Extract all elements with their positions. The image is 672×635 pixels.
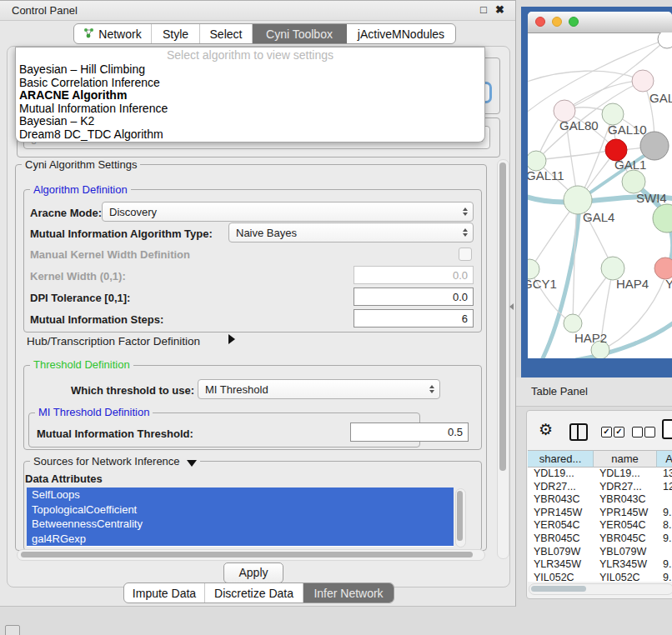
unchecked-checkbox-icon[interactable] <box>632 427 643 438</box>
panel-icon[interactable] <box>662 419 672 439</box>
dropdown-option-basic-correlation-inference[interactable]: Basic Correlation Inference <box>16 77 484 90</box>
network-edge[interactable] <box>537 150 614 160</box>
table-row[interactable]: YER054CYER054C8. <box>528 519 672 532</box>
table-row[interactable]: YDL19...YDL19...13 <box>528 468 672 481</box>
attribute-item-betweennesscentrality[interactable]: BetweennessCentrality <box>27 517 454 532</box>
table-panel-title: Table Panel <box>531 385 588 398</box>
table-row[interactable]: YBR045CYBR045C9. <box>528 532 672 546</box>
minimize-light-icon[interactable] <box>552 17 562 27</box>
control-panel-tabbar: NetworkStyleSelectCyni ToolboxjActiveMNo… <box>73 23 456 44</box>
attribute-item-gal4rgexp[interactable]: gal4RGexp <box>27 532 454 547</box>
mi-type-label: Mutual Information Algorithm Type: <box>30 228 213 240</box>
gear-icon[interactable]: ⚙ <box>539 420 553 439</box>
column-header-a[interactable]: A <box>657 450 672 468</box>
node-label-gal80: GAL80 <box>559 118 599 132</box>
settings-vscrollbar[interactable] <box>497 159 509 559</box>
float-window-icon[interactable]: □ <box>480 3 487 16</box>
table-cell: YER054C <box>594 519 657 532</box>
control-panel-window: Control Panel □ ✖ NetworkStyleSelectCyni… <box>0 0 516 607</box>
aracne-mode-value: Discovery <box>109 206 157 218</box>
data-attributes-list[interactable]: SelfLoopsTopologicalCoefficientBetweenne… <box>27 488 454 547</box>
tab-network[interactable]: Network <box>74 24 152 43</box>
tab-infer-network[interactable]: Infer Network <box>303 583 394 602</box>
manual-kernel-checkbox[interactable] <box>459 248 472 261</box>
dropdown-option-bayesian-k2[interactable]: Bayesian – K2 <box>16 115 484 128</box>
node-hap2[interactable] <box>564 314 582 332</box>
settings-hscrollbar[interactable] <box>17 549 485 561</box>
tab-label: Cyni Toolbox <box>266 28 333 41</box>
table-row[interactable]: YIL052CYIL052C9. <box>528 572 672 582</box>
tab-label: Style <box>163 28 188 41</box>
node-swi4[interactable] <box>622 170 645 193</box>
node-top-right[interactable] <box>658 32 672 48</box>
network-edge[interactable] <box>564 81 643 111</box>
table-row[interactable]: YBL079WYBL079W <box>528 546 672 559</box>
collapse-arrow-icon[interactable] <box>187 460 197 467</box>
panel-collapse-arrow-icon[interactable] <box>509 303 514 310</box>
dropdown-option-aracne-algorithm[interactable]: ARACNE Algorithm <box>16 89 484 102</box>
hub-definition-label[interactable]: Hub/Transcription Factor Definition <box>27 335 200 348</box>
table-hscrollbar[interactable] <box>529 583 672 595</box>
aracne-mode-combo[interactable]: Discovery <box>102 202 474 222</box>
unchecked-checkbox-icon[interactable] <box>644 427 655 438</box>
apply-button[interactable]: Apply <box>223 562 283 583</box>
table-row[interactable]: YPR145WYPR145W9. <box>528 507 672 520</box>
zoom-light-icon[interactable] <box>569 17 579 27</box>
tab-cyni-toolbox[interactable]: Cyni Toolbox <box>253 24 347 43</box>
node-label-swi4: SWI4 <box>636 191 667 205</box>
node-label-gcy1: GCY1 <box>528 277 557 291</box>
table-cell: YBR043C <box>528 493 594 507</box>
table-row[interactable]: YDR27...YDR27...12 <box>528 481 672 494</box>
table-cell <box>657 493 672 507</box>
attribute-item-selfloops[interactable]: SelfLoops <box>27 488 454 502</box>
table-row[interactable]: YBR043CYBR043C <box>528 493 672 507</box>
attributes-scrollbar[interactable] <box>455 488 466 548</box>
tab-label: jActiveMNodules <box>358 28 444 41</box>
table-cell: YDL19... <box>594 468 657 481</box>
table-cell: 8. <box>657 519 672 532</box>
dropdown-option-dream8-dc-tdc-algorithm[interactable]: Dream8 DC_TDC Algorithm <box>16 128 484 142</box>
column-header-shared[interactable]: shared... <box>528 450 594 468</box>
tab-discretize-data[interactable]: Discretize Data <box>205 583 303 602</box>
node-label-gal10: GAL10 <box>608 122 647 137</box>
data-attributes-label: Data Attributes <box>25 472 103 485</box>
kernel-width-field[interactable]: 0.0 <box>354 266 474 284</box>
dpi-tolerance-field[interactable]: 0.0 <box>354 288 474 306</box>
tab-impute-data[interactable]: Impute Data <box>124 583 205 602</box>
tab-select[interactable]: Select <box>200 24 253 43</box>
dropdown-option-bayesian-hill-climbing[interactable]: Bayesian – Hill Climbing <box>16 63 484 77</box>
expand-arrow-icon[interactable] <box>228 334 235 344</box>
table-cell: 9. <box>657 507 672 520</box>
algorithm-definition-title: Algorithm Definition <box>30 184 131 195</box>
close-light-icon[interactable] <box>535 17 545 27</box>
table-cell: YIL052C <box>528 572 594 582</box>
tab-jactivemnodules[interactable]: jActiveMNodules <box>347 24 455 43</box>
table-cell: YBR043C <box>594 493 657 507</box>
dropdown-option-mutual-information-inference[interactable]: Mutual Information Inference <box>16 102 484 116</box>
network-icon <box>83 28 94 41</box>
column-header-name[interactable]: name <box>594 450 657 468</box>
mi-steps-label: Mutual Information Steps: <box>30 313 163 326</box>
stepper-arrows-icon <box>463 208 468 216</box>
checked-checkbox-icon[interactable]: ✓ <box>601 427 612 438</box>
table-cell: YBL079W <box>528 546 594 559</box>
split-columns-icon[interactable] <box>569 423 588 441</box>
network-window-frame: GALGAL80GAL10GAL1GAL11GAL4SWI4GCY1HAP4YH… <box>521 7 672 379</box>
minimized-panel-icon[interactable] <box>5 625 20 635</box>
which-threshold-combo[interactable]: MI Threshold <box>198 379 440 399</box>
checked-checkbox-icon[interactable]: ✓ <box>614 427 624 438</box>
node-label-hap2: HAP2 <box>574 331 607 345</box>
stepper-arrows-icon <box>463 228 468 237</box>
table-row[interactable]: YLR345WYLR345W9. <box>528 558 672 572</box>
close-window-icon[interactable]: ✖ <box>495 3 504 16</box>
mi-threshold-field[interactable]: 0.5 <box>350 422 469 442</box>
mi-steps-field[interactable]: 6 <box>354 309 474 328</box>
attribute-item-topologicalcoefficient[interactable]: TopologicalCoefficient <box>27 502 454 518</box>
manual-kernel-label: Manual Kernel Width Definition <box>30 248 190 261</box>
algorithm-dropdown-popup: Select algorithm to view settings Bayesi… <box>15 47 485 142</box>
mi-type-combo[interactable]: Naive Bayes <box>228 222 474 242</box>
tab-style[interactable]: Style <box>152 24 200 43</box>
node-gal-cut[interactable] <box>632 70 654 92</box>
network-canvas[interactable]: GALGAL80GAL10GAL1GAL11GAL4SWI4GCY1HAP4YH… <box>528 32 672 358</box>
node-big-green[interactable] <box>653 204 672 232</box>
